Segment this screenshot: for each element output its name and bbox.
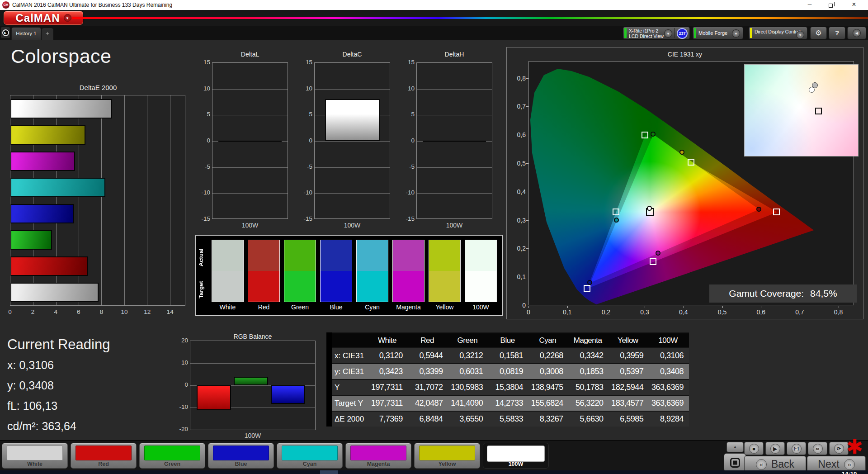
pattern-button-cyan[interactable]: Cyan bbox=[277, 443, 343, 469]
pattern-swatch bbox=[419, 446, 475, 460]
table-col-header-yellow: Yellow bbox=[609, 336, 649, 345]
swatch-stack bbox=[248, 240, 280, 302]
pattern-button-red[interactable]: Red bbox=[71, 443, 137, 469]
collapse-panel-button[interactable]: ◀ bbox=[847, 27, 866, 39]
calman-app-icon: CM bbox=[2, 1, 9, 9]
table-cell: 0,3959 bbox=[609, 351, 649, 360]
stop-button[interactable]: ■ bbox=[744, 442, 764, 455]
pattern-button-yellow[interactable]: Yellow bbox=[414, 443, 480, 469]
cie-y-tick-label: 0,5 bbox=[509, 160, 526, 167]
refresh-button[interactable]: ⟳ bbox=[829, 442, 849, 455]
cie-y-tickmark bbox=[526, 163, 528, 164]
cie-x-tickmark bbox=[722, 306, 723, 308]
calman-menu-button[interactable]: CalMAN ▼ bbox=[4, 11, 83, 25]
play-icon: ▶ bbox=[2, 29, 9, 36]
infinity-icon: ∞ bbox=[813, 444, 823, 454]
restore-button[interactable] bbox=[820, 0, 841, 10]
table-cell: 50,1783 bbox=[569, 383, 609, 392]
deltal-plot bbox=[212, 62, 288, 219]
table-cell: 183,4577 bbox=[609, 398, 649, 408]
pattern-swatch bbox=[144, 446, 200, 460]
deltac-y-tick: 15 bbox=[296, 59, 312, 66]
minimize-button[interactable]: ─ bbox=[799, 0, 820, 10]
chevron-down-icon[interactable]: ▼ bbox=[732, 29, 740, 38]
swatch-actual-yellow bbox=[429, 240, 460, 271]
swatch-target-magenta bbox=[393, 271, 424, 302]
restore-icon bbox=[829, 4, 833, 8]
table-cell: 141,4090 bbox=[448, 398, 489, 408]
add-tab-button[interactable]: + bbox=[42, 28, 53, 40]
table-cell: 363,6369 bbox=[649, 383, 689, 392]
deltah-title: DeltaH bbox=[416, 51, 492, 58]
pattern-button-blue[interactable]: Blue bbox=[208, 443, 274, 469]
read-series-button[interactable]: [··] bbox=[787, 442, 806, 455]
deltae-bar-red bbox=[10, 256, 88, 276]
current-reading-title: Current Reading bbox=[7, 337, 110, 353]
table-cell: 3,6550 bbox=[448, 414, 489, 424]
pattern-window-button[interactable] bbox=[724, 453, 746, 472]
tab-history-1[interactable]: History 1 bbox=[11, 27, 41, 40]
swatch-actual-blue bbox=[321, 240, 352, 271]
pattern-button-magenta[interactable]: Magenta bbox=[345, 443, 411, 469]
pattern-window-up-button[interactable]: ▲ bbox=[726, 442, 744, 452]
settings-button[interactable]: ⚙ bbox=[810, 27, 827, 39]
pattern-button-100w[interactable]: 100W bbox=[483, 443, 549, 469]
swatch-column-white: White bbox=[212, 240, 244, 311]
pattern-button-green[interactable]: Green bbox=[139, 443, 205, 469]
read-continuous-button[interactable]: ▶ bbox=[765, 442, 785, 455]
table-row-label: x: CIE31 bbox=[326, 351, 368, 360]
deltah-x-label: 100W bbox=[416, 222, 492, 229]
pattern-label: Yellow bbox=[415, 461, 480, 467]
deltae-x-tick: 12 bbox=[144, 308, 151, 315]
reading-line-2: fL: 106,13 bbox=[7, 399, 57, 412]
cie-x-tick-label: 0,3 bbox=[640, 308, 649, 316]
cie-measured-red bbox=[756, 207, 761, 212]
cie-x-tick-label: 0,6 bbox=[756, 308, 765, 316]
pattern-swatch bbox=[213, 446, 269, 460]
white-point-target-marker bbox=[815, 108, 822, 114]
pattern-button-white[interactable]: White bbox=[2, 443, 68, 469]
swatch-column-blue: Blue bbox=[320, 240, 352, 311]
deltal-y-tick: 15 bbox=[194, 59, 210, 66]
table-cell: 182,5944 bbox=[609, 383, 649, 392]
table-col-header-blue: Blue bbox=[488, 336, 528, 345]
help-button[interactable]: ? bbox=[829, 27, 845, 39]
swatch-actual-magenta bbox=[393, 240, 424, 271]
cie-y-tick-label: 0,1 bbox=[509, 273, 526, 280]
table-cell: 8,3267 bbox=[528, 414, 569, 424]
deltac-x-label: 100W bbox=[314, 222, 390, 229]
tabstrip-expander-button[interactable]: ▶ bbox=[1, 27, 10, 38]
pattern-window-icon bbox=[730, 458, 740, 468]
table-row-label: Target Y bbox=[326, 399, 368, 408]
deltah-y-tick: 0 bbox=[398, 137, 415, 144]
cie-x-tickmark bbox=[684, 306, 684, 308]
cie-chart-panel: CIE 1931 xy Gamut Coverage: 84,5% 00,10,… bbox=[506, 47, 863, 319]
table-row: x: CIE310,31200,59440,32120,15810,22680,… bbox=[326, 347, 689, 363]
pattern-label: Green bbox=[140, 461, 205, 467]
cie-y-tickmark bbox=[526, 78, 528, 79]
table-cell: 0,3106 bbox=[649, 351, 689, 360]
chevron-down-icon[interactable]: ▼ bbox=[796, 31, 804, 39]
white-measured-marker bbox=[809, 87, 815, 93]
table-cell: 15,3804 bbox=[488, 383, 528, 392]
table-cell: 8,9284 bbox=[649, 414, 689, 424]
read-infinite-button[interactable]: ∞ bbox=[808, 442, 827, 455]
rgb-gridline bbox=[190, 363, 315, 364]
meter-count-badge[interactable]: 237 bbox=[677, 28, 688, 39]
cie-y-tickmark bbox=[526, 192, 528, 192]
swatch-target-white bbox=[212, 271, 243, 302]
table-cell: 6,8484 bbox=[408, 414, 448, 424]
pattern-source-selector[interactable]: Mobile Forge ▼ bbox=[693, 27, 743, 39]
swatch-actual-red bbox=[248, 240, 279, 271]
page-title: Colorspace bbox=[11, 45, 112, 67]
chevron-down-icon[interactable]: ▼ bbox=[664, 29, 672, 38]
deltac-y-tick: -5 bbox=[296, 163, 312, 170]
taskbar-sliver: 14:10 bbox=[0, 470, 868, 474]
meter-selector[interactable]: X-Rite i1Pro 2 LCD Direct View ▼ 237 bbox=[623, 27, 690, 39]
gamut-coverage-readout: Gamut Coverage: 84,5% bbox=[709, 284, 857, 303]
taskbar-item[interactable] bbox=[320, 470, 338, 474]
close-button[interactable]: × bbox=[841, 0, 867, 10]
display-control-selector[interactable]: Direct Display Control ▼ bbox=[749, 27, 807, 39]
cie-target-magenta bbox=[650, 258, 656, 265]
table-cell: 0,6031 bbox=[448, 367, 489, 376]
